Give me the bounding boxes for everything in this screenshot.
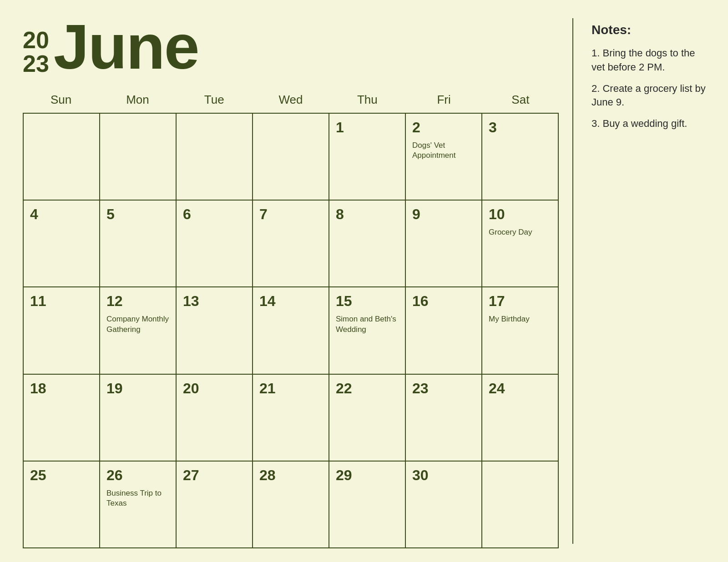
calendar-cell: 5 (100, 201, 177, 286)
calendar-row-0: 12Dogs' Vet Appointment3 (24, 114, 559, 201)
cell-number: 30 (412, 467, 475, 484)
calendar-cell: 28 (253, 462, 329, 547)
calendar-cell (100, 114, 177, 200)
calendar-cell (177, 114, 253, 200)
cell-number: 1 (336, 119, 399, 136)
calendar-header: 20 23 June (23, 18, 559, 75)
year-top: 20 (23, 28, 49, 52)
calendar-cell: 17My Birthday (482, 287, 559, 373)
calendar-row-1: 45678910Grocery Day (24, 201, 559, 287)
day-header-sun: Sun (23, 89, 99, 110)
notes-section: Notes: 1. Bring the dogs to the vet befo… (573, 0, 728, 562)
cell-event: Simon and Beth's Wedding (336, 314, 399, 334)
calendar-grid: SunMonTueWedThuFriSat 12Dogs' Vet Appoin… (23, 89, 559, 548)
calendar-row-4: 2526Business Trip to Texas27282930 (24, 462, 559, 548)
calendar-section: 20 23 June SunMonTueWedThuFriSat 12Dogs'… (0, 0, 572, 562)
day-headers: SunMonTueWedThuFriSat (23, 89, 559, 110)
note-item-1: 1. Bring the dogs to the vet before 2 PM… (592, 46, 710, 75)
cell-number: 8 (336, 206, 399, 223)
year-bottom: 23 (23, 52, 49, 75)
cell-number: 29 (336, 467, 399, 484)
calendar-cell: 22 (329, 375, 406, 461)
calendar-cell: 24 (482, 375, 559, 461)
cell-event: Business Trip to Texas (106, 488, 169, 508)
day-header-mon: Mon (99, 89, 176, 110)
calendar-cell: 19 (100, 375, 177, 461)
cell-number: 3 (489, 119, 551, 136)
calendar-cell: 25 (24, 462, 100, 547)
cell-number: 23 (412, 380, 475, 397)
cell-number: 15 (336, 293, 399, 310)
calendar-cell: 11 (24, 287, 100, 373)
year-block: 20 23 (23, 28, 49, 75)
cell-number: 2 (412, 119, 475, 136)
cell-number: 6 (183, 206, 246, 223)
cell-number: 9 (412, 206, 475, 223)
calendar-cell: 7 (253, 201, 329, 286)
day-header-thu: Thu (329, 89, 405, 110)
day-header-wed: Wed (253, 89, 329, 110)
notes-title: Notes: (592, 23, 710, 37)
cell-number: 24 (489, 380, 551, 397)
cell-number: 28 (259, 467, 322, 484)
cell-event: Company Monthly Gathering (106, 314, 169, 334)
calendar-cell: 12Company Monthly Gathering (100, 287, 177, 373)
calendar-cell: 4 (24, 201, 100, 286)
note-item-2: 2. Create a grocery list by June 9. (592, 82, 710, 110)
cell-number: 14 (259, 293, 322, 310)
calendar-row-2: 1112Company Monthly Gathering131415Simon… (24, 287, 559, 374)
calendar-cell: 6 (177, 201, 253, 286)
calendar-cell: 18 (24, 375, 100, 461)
cell-number: 7 (259, 206, 322, 223)
cell-number: 11 (30, 293, 93, 310)
day-header-fri: Fri (405, 89, 482, 110)
cell-number: 21 (259, 380, 322, 397)
calendar-cell: 3 (482, 114, 559, 200)
calendar-cell: 29 (329, 462, 406, 547)
calendar-rows: 12Dogs' Vet Appointment345678910Grocery … (23, 113, 559, 548)
day-header-sat: Sat (482, 89, 559, 110)
cell-event: Dogs' Vet Appointment (412, 140, 475, 161)
calendar-cell: 21 (253, 375, 329, 461)
calendar-cell: 1 (329, 114, 406, 200)
cell-number: 22 (336, 380, 399, 397)
calendar-cell: 26Business Trip to Texas (100, 462, 177, 547)
cell-number: 27 (183, 467, 246, 484)
cell-number: 10 (489, 206, 551, 223)
day-header-tue: Tue (176, 89, 253, 110)
calendar-row-3: 18192021222324 (24, 375, 559, 462)
calendar-cell: 13 (177, 287, 253, 373)
calendar-cell: 15Simon and Beth's Wedding (329, 287, 406, 373)
calendar-cell (482, 462, 559, 547)
cell-event: Grocery Day (489, 227, 551, 237)
cell-number: 19 (106, 380, 169, 397)
calendar-cell: 10Grocery Day (482, 201, 559, 286)
cell-number: 12 (106, 293, 169, 310)
calendar-cell: 2Dogs' Vet Appointment (406, 114, 482, 200)
cell-number: 26 (106, 467, 169, 484)
cell-number: 4 (30, 206, 93, 223)
calendar-cell: 8 (329, 201, 406, 286)
note-item-3: 3. Buy a wedding gift. (592, 117, 710, 131)
calendar-cell: 20 (177, 375, 253, 461)
cell-number: 5 (106, 206, 169, 223)
cell-number: 16 (412, 293, 475, 310)
cell-number: 18 (30, 380, 93, 397)
cell-event: My Birthday (489, 314, 551, 324)
cell-number: 17 (489, 293, 551, 310)
cell-number: 20 (183, 380, 246, 397)
calendar-cell: 27 (177, 462, 253, 547)
calendar-cell: 14 (253, 287, 329, 373)
calendar-cell: 16 (406, 287, 482, 373)
calendar-cell (253, 114, 329, 200)
month-title: June (54, 18, 199, 75)
calendar-cell: 9 (406, 201, 482, 286)
cell-number: 25 (30, 467, 93, 484)
calendar-cell: 23 (406, 375, 482, 461)
calendar-cell: 30 (406, 462, 482, 547)
calendar-cell (24, 114, 100, 200)
cell-number: 13 (183, 293, 246, 310)
